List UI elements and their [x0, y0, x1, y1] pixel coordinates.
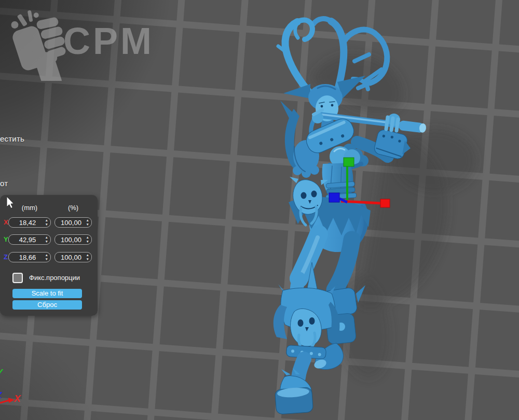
spinbox-x-percent[interactable]: 100,00 ▲▼ — [54, 217, 92, 228]
column-header-percent: (%) — [54, 204, 92, 212]
watermark-text: CPM — [63, 20, 154, 62]
scale-to-fit-button[interactable]: Scale to fit — [12, 289, 82, 298]
viewport-3d[interactable]: CPM естить от (mm) (%) X: 18,42 ▲▼ 100,0… — [0, 0, 519, 420]
spinner-up-icon[interactable]: ▲ — [86, 254, 89, 257]
gizmo-z-handle[interactable] — [329, 193, 339, 202]
gizmo-y-axis-line — [346, 166, 348, 202]
toolbar-label-move-partial: естить — [0, 134, 24, 143]
spinner-down-icon[interactable]: ▼ — [86, 258, 89, 261]
spin-value: 18,66 — [19, 254, 36, 261]
spin-value: 100,00 — [61, 219, 81, 227]
spinner-up-icon[interactable]: ▲ — [45, 219, 48, 222]
scale-row-x: X: 18,42 ▲▼ 100,00 ▲▼ — [0, 217, 98, 228]
spin-value: 42,95 — [19, 236, 36, 244]
spinbox-y-percent[interactable]: 100,00 ▲▼ — [54, 234, 92, 245]
scale-row-z: Z: 18,66 ▲▼ 100,00 ▲▼ — [0, 252, 98, 262]
fix-proportions-label: Фикс.пропорции — [29, 274, 80, 282]
watermark-logo: CPM — [2, 3, 179, 81]
toolbar-label-rotate-partial: от — [0, 179, 8, 188]
spin-value: 100,00 — [61, 254, 81, 261]
gizmo-x-handle[interactable] — [380, 199, 390, 207]
spinner-down-icon[interactable]: ▼ — [45, 240, 48, 244]
column-header-mm: (mm) — [8, 204, 51, 212]
reset-button[interactable]: Сброс — [12, 300, 82, 310]
spin-value: 18,42 — [19, 219, 36, 227]
spinner-up-icon[interactable]: ▲ — [86, 219, 89, 222]
spinner-down-icon[interactable]: ▼ — [86, 223, 89, 227]
spinner-up-icon[interactable]: ▲ — [45, 236, 48, 240]
spinner-down-icon[interactable]: ▼ — [86, 240, 89, 244]
spinner-up-icon[interactable]: ▲ — [86, 236, 89, 240]
spinbox-x-mm[interactable]: 18,42 ▲▼ — [8, 217, 51, 228]
spin-value: 100,00 — [61, 236, 81, 244]
fix-proportions-checkbox[interactable] — [12, 273, 23, 283]
spinbox-y-mm[interactable]: 42,95 ▲▼ — [8, 234, 51, 245]
gizmo-y-handle[interactable] — [344, 158, 354, 166]
scale-row-y: Y: 42,95 ▲▼ 100,00 ▲▼ — [0, 234, 98, 245]
spinner-down-icon[interactable]: ▼ — [45, 258, 48, 261]
spinbox-z-mm[interactable]: 18,66 ▲▼ — [8, 252, 51, 262]
spinner-up-icon[interactable]: ▲ — [45, 254, 48, 257]
scale-panel: (mm) (%) X: 18,42 ▲▼ 100,00 ▲▼ Y: 42,95 … — [0, 195, 98, 316]
spinner-down-icon[interactable]: ▼ — [45, 223, 48, 227]
spinbox-z-percent[interactable]: 100,00 ▲▼ — [54, 252, 92, 262]
